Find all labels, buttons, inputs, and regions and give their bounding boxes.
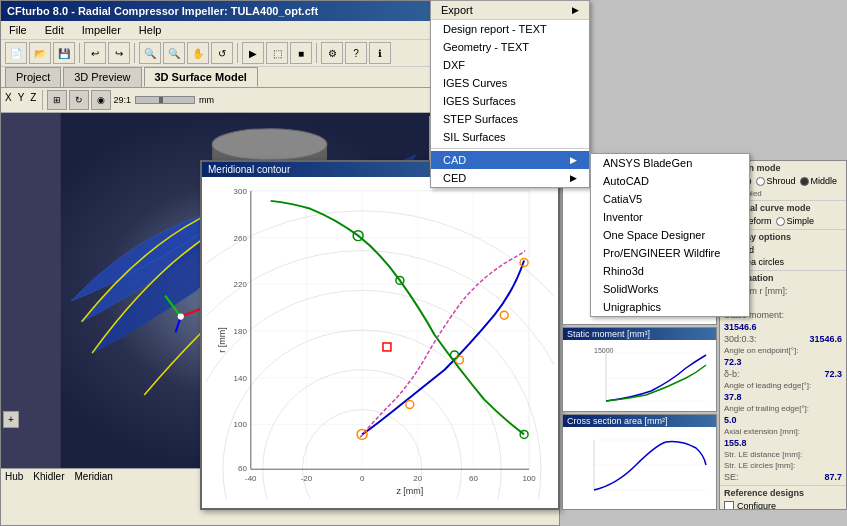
info-val-4: 72.3 xyxy=(724,356,842,368)
svg-point-8 xyxy=(178,313,184,319)
svg-text:300: 300 xyxy=(234,187,248,196)
export-iges-curves[interactable]: IGES Curves xyxy=(431,74,589,92)
export-step-surfaces[interactable]: STEP Surfaces xyxy=(431,110,589,128)
meridional-chart: r [mm] z [mm] 300 260 220 180 140 100 xyxy=(202,177,558,503)
info-val-axial: 155.8 xyxy=(724,437,842,449)
tool-help[interactable]: ? xyxy=(345,42,367,64)
tool-zoom-out[interactable]: 🔍 xyxy=(163,42,185,64)
meridional-svg: r [mm] z [mm] 300 260 220 180 140 100 xyxy=(206,181,554,499)
export-geometry-text[interactable]: Geometry - TEXT xyxy=(431,38,589,56)
tool-rotate[interactable]: ↺ xyxy=(211,42,233,64)
info-row-3: 30d:0.3: 31546.6 xyxy=(724,333,842,345)
zoom-slider[interactable] xyxy=(135,96,195,104)
info-row-4: Angle on endpoint[°]: xyxy=(724,345,842,356)
static-svg: 15000 xyxy=(566,343,711,408)
svg-text:100: 100 xyxy=(234,420,248,429)
tool-info[interactable]: ℹ xyxy=(369,42,391,64)
info-val-te: 5.0 xyxy=(724,414,842,426)
menu-help[interactable]: Help xyxy=(135,23,166,37)
export-ced[interactable]: CED ▶ xyxy=(431,169,589,187)
tool-save[interactable]: 💾 xyxy=(53,42,75,64)
export-dxf[interactable]: DXF xyxy=(431,56,589,74)
cross-section-panel: Cross section area [mm²] xyxy=(562,414,717,510)
cad-ansys-bladegen[interactable]: ANSYS BladeGen xyxy=(591,154,749,172)
tool-settings[interactable]: ⚙ xyxy=(321,42,343,64)
cad-autocad[interactable]: AutoCAD xyxy=(591,172,749,190)
export-separator xyxy=(431,148,589,149)
cad-proengineer[interactable]: Pro/ENGINEER Wildfire xyxy=(591,244,749,262)
mode-shroud[interactable]: Shroud xyxy=(756,176,796,186)
cad-unigraphics[interactable]: Unigraphics xyxy=(591,298,749,316)
tool-select[interactable]: ▶ xyxy=(242,42,264,64)
status-hub: Hub xyxy=(5,471,23,482)
info-row-db: δ-b: 72.3 xyxy=(724,368,842,380)
cad-submenu: ANSYS BladeGen AutoCAD CatiaV5 Inventor … xyxy=(590,153,750,317)
vp-btn-fit[interactable]: ⊞ xyxy=(47,90,67,110)
cad-solidworks[interactable]: SolidWorks xyxy=(591,280,749,298)
svg-text:-40: -40 xyxy=(245,474,257,483)
cad-catiav5[interactable]: CatiaV5 xyxy=(591,190,749,208)
simple-radio[interactable] xyxy=(776,217,785,226)
cad-arrow: ▶ xyxy=(570,155,577,165)
tool-zoom-in[interactable]: 🔍 xyxy=(139,42,161,64)
vp-sep xyxy=(42,90,43,110)
mode-middle[interactable]: Middle xyxy=(800,176,838,186)
export-sil-surfaces[interactable]: SIL Surfaces xyxy=(431,128,589,146)
menu-edit[interactable]: Edit xyxy=(41,23,68,37)
tool-solid[interactable]: ■ xyxy=(290,42,312,64)
tool-redo[interactable]: ↪ xyxy=(108,42,130,64)
meridional-window: Meridional contour ✕ r [mm] z [mm] 300 xyxy=(200,160,560,510)
info-row-axial: Axial extension [mm]: xyxy=(724,426,842,437)
add-button[interactable]: + xyxy=(3,411,19,428)
svg-text:180: 180 xyxy=(234,327,248,336)
tab-3d-preview[interactable]: 3D Preview xyxy=(63,67,141,87)
export-cad[interactable]: CAD ▶ xyxy=(431,151,589,169)
cross-section-title: Cross section area [mm²] xyxy=(563,415,716,427)
info-row-le-circ: Str. LE circles [mm]: xyxy=(724,460,842,471)
curve-simple[interactable]: Simple xyxy=(776,216,815,226)
configure-checkbox[interactable] xyxy=(724,501,734,510)
status-meridian: Meridian xyxy=(75,471,113,482)
export-design-report[interactable]: Design report - TEXT xyxy=(431,20,589,38)
info-val-le: 37.8 xyxy=(724,391,842,403)
app-title: CFturbo 8.0 - Radial Compressor Impeller… xyxy=(7,5,318,17)
svg-text:140: 140 xyxy=(234,374,248,383)
tool-wire[interactable]: ⬚ xyxy=(266,42,288,64)
svg-text:z [mm]: z [mm] xyxy=(396,486,423,496)
export-header: Export ▶ xyxy=(431,1,589,20)
cad-one-space-designer[interactable]: One Space Designer xyxy=(591,226,749,244)
vp-btn-view[interactable]: ◉ xyxy=(91,90,111,110)
tab-project[interactable]: Project xyxy=(5,67,61,87)
axis-z-label: Z xyxy=(28,90,38,110)
cross-svg xyxy=(566,430,711,505)
svg-text:60: 60 xyxy=(469,474,478,483)
export-menu: Export ▶ Design report - TEXT Geometry -… xyxy=(430,0,590,188)
menu-impeller[interactable]: Impeller xyxy=(78,23,125,37)
tool-new[interactable]: 📄 xyxy=(5,42,27,64)
info-val-2: 31546.6 xyxy=(724,321,842,333)
export-iges-surfaces[interactable]: IGES Surfaces xyxy=(431,92,589,110)
cad-label: CAD xyxy=(443,154,466,166)
vp-btn-rotate-x[interactable]: ↻ xyxy=(69,90,89,110)
reference-designs-section: Reference designs Configure xyxy=(720,486,846,510)
menu-file[interactable]: File xyxy=(5,23,31,37)
unit-label: mm xyxy=(199,95,214,105)
axis-x-label: X xyxy=(3,90,14,110)
zoom-label: 29:1 xyxy=(113,95,131,105)
svg-text:r [mm]: r [mm] xyxy=(217,327,227,352)
tool-separator-3 xyxy=(237,43,238,63)
svg-rect-11 xyxy=(251,191,529,469)
cad-rhino3d[interactable]: Rhino3d xyxy=(591,262,749,280)
tab-3d-surface-model[interactable]: 3D Surface Model xyxy=(144,67,258,87)
mode-shroud-radio[interactable] xyxy=(756,177,765,186)
tool-undo[interactable]: ↩ xyxy=(84,42,106,64)
mode-middle-radio[interactable] xyxy=(800,177,809,186)
svg-point-3 xyxy=(212,129,327,160)
cad-inventor[interactable]: Inventor xyxy=(591,208,749,226)
configure-item[interactable]: Configure xyxy=(724,500,842,510)
tool-open[interactable]: 📂 xyxy=(29,42,51,64)
one-space-designer-label: One Space Designer xyxy=(603,229,705,241)
tool-pan[interactable]: ✋ xyxy=(187,42,209,64)
svg-text:60: 60 xyxy=(238,464,247,473)
info-row-te: Angle of trailing edge[°]: xyxy=(724,403,842,414)
